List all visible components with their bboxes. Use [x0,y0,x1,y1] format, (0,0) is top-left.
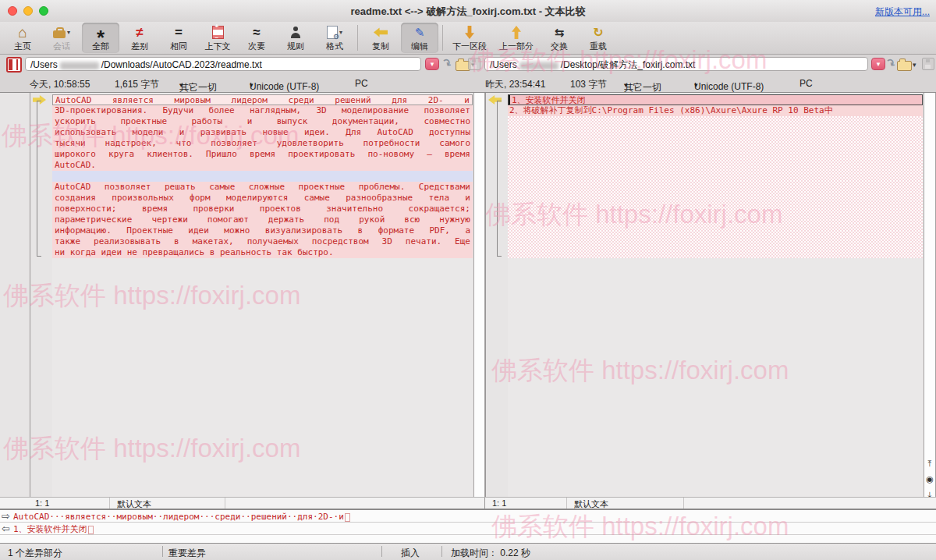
left-file-date: 今天, 10:58:55 [30,78,90,91]
toolbar-button-context[interactable]: 上下文 [199,23,236,53]
pane-status-row: 1: 1 默认文本 1: 1 默认文本 [0,497,936,509]
left-line[interactable]: тысячи надстроек, что позволяет удовлетв… [52,138,473,149]
left-path-input[interactable]: /Users/Downloads/AutoCAD.2023/readme.txt [25,57,421,71]
update-available-link[interactable]: 新版本可用... [875,5,930,19]
right-text-style: 默认文本 [574,498,608,510]
file-info-row: 今天, 10:58:55 1,615 字节 其它一切 ▾ Unicode (UT… [0,75,936,92]
left-cursor-position: 1: 1 [35,498,49,508]
left-line[interactable] [52,171,473,182]
titlebar: readme.txt <--> 破解方法_foxirj.com.txt - 文本… [0,0,936,23]
toolbar-button-copy[interactable]: 复制 [362,23,399,53]
left-recent-paths-button[interactable]: ▾ [425,58,439,70]
current-position-icon[interactable]: ◉ [925,473,934,484]
toolbar-label: 复制 [372,41,389,52]
divider [683,498,684,509]
left-line[interactable]: AutoCAD является мировым лидером среди р… [52,94,473,105]
toolbar-button-rules[interactable]: 规则 [277,23,314,53]
toolbar-button-reload[interactable]: 重载 [580,23,617,53]
toolbar-label: 会话 [53,41,70,52]
importance-filter[interactable]: 重要差异 [168,547,206,560]
toolbar-label: 交换 [551,41,568,52]
toolbar-button-edit[interactable]: 编辑 [401,23,438,53]
left-diff-bracket [37,101,41,257]
diff-preview-text: 1、安装软件并关闭 [13,524,87,534]
left-text-area[interactable]: AutoCAD является мировым лидером среди р… [52,93,473,497]
toolbar-label: 格式 [326,41,343,52]
toolbar-button-minor[interactable]: 次要 [238,23,275,53]
toolbar-separator [357,25,358,51]
right-save-icon[interactable] [468,58,480,70]
up-arrow-icon [512,26,521,39]
right-recent-paths-button[interactable]: ▾ [871,58,885,70]
approx-icon [253,26,260,40]
window-title: readme.txt <--> 破解方法_foxirj.com.txt - 文本… [0,5,936,19]
right-line[interactable]: 2、将破解补丁复制到C:\Program Files (x86)\Axure\A… [508,105,923,116]
left-line[interactable]: также реализовывать в макетах, получаемы… [52,236,473,247]
status-bar: 1 个差异部分 重要差异 插入 加载时间： 0.22 秒 [0,543,936,560]
toolbar-button-same[interactable]: 相同 [160,23,197,53]
chevron-down-icon: ▾ [877,60,881,68]
left-path-suffix: /Downloads/AutoCAD.2023/readme.txt [101,59,262,70]
right-pane-border [485,93,486,497]
edit-icon [415,26,425,40]
down-arrow-icon [465,26,474,39]
right-path-input[interactable]: /Users/Desktop/破解方法_foxirj.com.txt [484,57,868,71]
chevron-down-icon: ▾ [694,81,698,89]
paragraph-mark-icon [88,526,94,534]
right-file-size: 103 字节 [570,78,607,91]
left-line[interactable]: ускорить проектные работы и выпуск докум… [52,116,473,127]
toolbar-label: 主页 [14,41,31,52]
toolbar-button-sessions[interactable]: ▾会话 [43,23,80,53]
app-window: readme.txt <--> 破解方法_foxirj.com.txt - 文本… [0,0,936,560]
toolbar-button-prev-part[interactable]: 上一部分 [494,23,539,53]
copy-arrow-icon [374,28,388,37]
context-icon [212,26,224,39]
toolbar-button-next-section[interactable]: 下一区段 [447,23,492,53]
chevron-down-icon: ▾ [431,60,434,68]
toolbar-button-format[interactable]: ▾格式 [316,23,353,53]
toolbar: 主页▾会话全部差别相同上下文次要规则▾格式复制编辑下一区段上一部分交换重载 [0,22,936,55]
divider [484,498,485,509]
diff-preview-row[interactable]: ⇦1、安装软件并关闭 [0,523,936,535]
left-line[interactable]: ни когда идеи не превращались в реальнос… [52,247,473,258]
left-line[interactable]: 3D-проектирования. Будучи более наглядны… [52,105,473,116]
toolbar-button-all[interactable]: 全部 [82,23,119,53]
left-line[interactable]: информацию. Проектные идеи можно визуали… [52,225,473,236]
diff-preview-row[interactable]: ⇨AutoCAD···является··мировым··лидером···… [0,510,936,523]
diff-preview-text: AutoCAD···является··мировым··лидером···с… [13,512,344,522]
right-scrollbar[interactable] [924,93,936,497]
app-compare-icon [6,57,22,73]
left-path-prefix: /Users [30,59,58,70]
chevron-down-icon: ▾ [67,29,70,36]
left-line[interactable]: поверхности; время проверки проектов зна… [52,204,473,214]
toolbar-label: 编辑 [411,41,428,52]
toolbar-button-swap[interactable]: 交换 [541,23,578,53]
left-line[interactable]: широкого круга клиентов. Пришло время пр… [52,149,473,160]
toolbar-button-home[interactable]: 主页 [4,23,41,53]
right-open-folder-icon[interactable] [897,61,912,71]
chevron-down-icon: ▾ [179,81,183,89]
right-text-area[interactable]: 1、安装软件并关闭2、将破解补丁复制到C:\Program Files (x86… [508,93,923,497]
left-reload-file-icon[interactable]: ↷ [439,55,454,71]
right-cursor-position: 1: 1 [492,498,506,508]
left-line[interactable]: AutoCAD позволяет решать самые сложные п… [52,182,473,193]
briefcase-icon [53,30,66,38]
left-text-style: 默认文本 [117,498,151,510]
not-equal-icon [136,26,143,40]
left-line[interactable]: параметрические чертежи помогают держать… [52,214,473,225]
right-line-ending: PC [800,78,813,89]
right-reload-file-icon[interactable]: ↷ [883,55,898,71]
left-line[interactable]: использовать модели и развивать новые ид… [52,127,473,138]
left-scrollbar[interactable] [473,93,485,497]
path-row: /Users/Downloads/AutoCAD.2023/readme.txt… [0,55,936,75]
asterisk-icon [97,26,105,40]
missing-lines-pattern [508,116,923,258]
right-folder-caret-icon[interactable]: ▾ [913,61,916,69]
equal-icon [175,26,183,40]
right-save-icon-2[interactable] [922,58,934,70]
left-line[interactable]: AutoCAD. [52,160,473,171]
right-line[interactable]: 1、安装软件并关闭 [508,94,923,105]
jump-first-diff-icon[interactable]: ⤒ [925,458,934,469]
left-line[interactable]: создания произвольных форм моделируются … [52,193,473,204]
toolbar-button-differences[interactable]: 差别 [121,23,158,53]
